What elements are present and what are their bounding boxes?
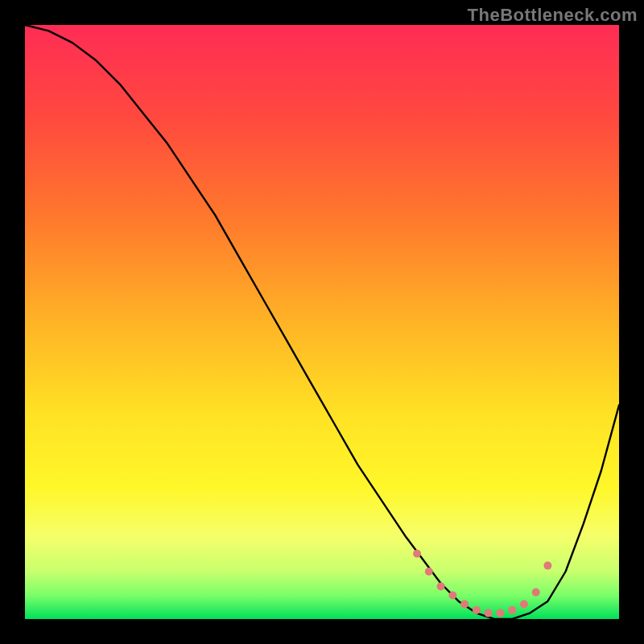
plot-gradient xyxy=(25,25,619,619)
marker-dot xyxy=(520,601,528,609)
marker-dot xyxy=(508,606,516,614)
marker-dot xyxy=(543,562,551,570)
marker-dot xyxy=(425,568,433,576)
chart-svg xyxy=(0,0,644,644)
marker-dot xyxy=(460,601,469,609)
marker-dot xyxy=(448,592,456,600)
chart-stage: TheBottleneck.com xyxy=(0,0,644,644)
marker-dot xyxy=(496,609,504,617)
watermark-text: TheBottleneck.com xyxy=(468,5,638,26)
marker-dot xyxy=(413,550,421,558)
marker-dot xyxy=(532,588,540,597)
marker-dot xyxy=(473,606,481,614)
marker-dot xyxy=(485,609,493,617)
marker-dot xyxy=(437,582,445,590)
